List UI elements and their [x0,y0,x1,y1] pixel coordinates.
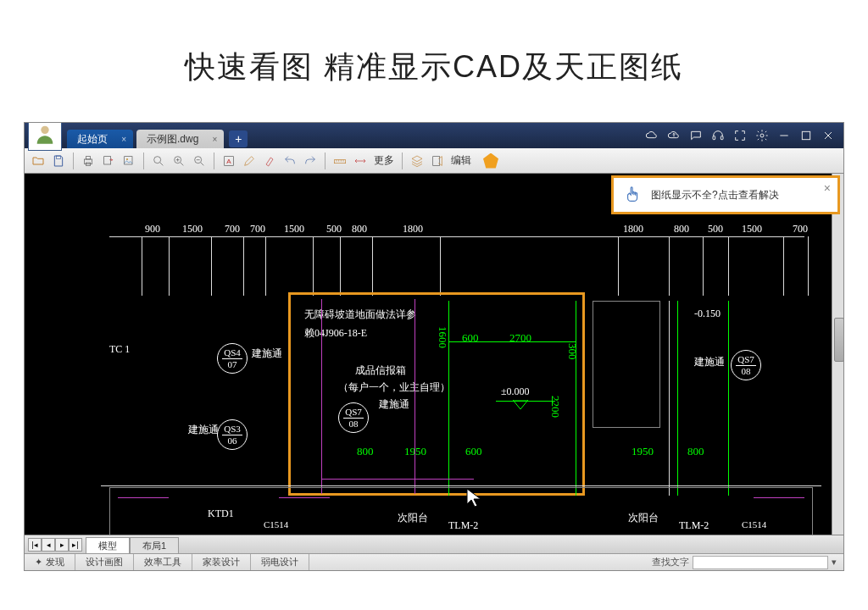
notification-banner[interactable]: 图纸显示不全?点击查看解决 × [611,175,840,214]
edit-icon[interactable] [429,152,446,169]
svg-text:A: A [226,158,231,165]
upload-icon[interactable] [667,129,681,142]
svg-point-12 [154,156,161,163]
chevron-down-icon[interactable]: ▾ [832,557,837,568]
svg-point-11 [126,158,128,160]
text-a-icon[interactable]: A [220,152,237,169]
svg-point-0 [41,125,48,133]
tab-file[interactable]: 示例图.dwg× [136,130,224,148]
toolbar: A 更多 编辑 [25,148,843,174]
svg-rect-2 [721,136,723,140]
cursor-icon [465,487,482,507]
search-input[interactable] [693,556,828,569]
message-icon[interactable] [689,129,703,142]
titlebar: 起始页× 示例图.dwg× + [25,123,843,148]
pencil-icon[interactable] [241,152,258,169]
statusbar: ✦发现 设计画图 效率工具 家装设计 弱电设计 查找文字 ▾ [25,553,843,570]
mag-minus-icon[interactable] [191,152,208,169]
page-heading: 快速看图 精准显示CAD及天正图纸 [0,0,868,122]
zoom-icon[interactable] [150,152,167,169]
svg-rect-4 [802,131,810,139]
print-icon[interactable] [80,152,97,169]
svg-rect-6 [84,159,92,164]
pointer-icon [624,186,643,204]
sheet-tabs: |◂ ◂ ▸ ▸| 模型 布局1 [25,535,843,553]
first-icon[interactable]: |◂ [28,538,42,552]
svg-rect-17 [334,159,345,163]
save-icon[interactable] [50,152,67,169]
app-window: 起始页× 示例图.dwg× + A [24,122,844,571]
export-icon[interactable] [100,152,117,169]
close-icon[interactable] [821,129,835,142]
close-icon[interactable]: × [824,181,831,195]
status-tools[interactable]: 效率工具 [134,554,192,570]
tc1-label: TC 1 [109,343,130,356]
qs4-badge: QS407 [217,343,248,374]
vip-icon[interactable] [483,153,498,169]
sheet-tab-model[interactable]: 模型 [86,537,130,554]
scrollbar-vertical[interactable] [832,174,843,535]
status-discover[interactable]: ✦发现 [25,554,75,570]
status-search: 查找文字 ▾ [645,556,843,569]
window-controls [645,129,843,142]
svg-rect-7 [86,156,90,158]
avatar[interactable] [28,122,62,151]
status-elec[interactable]: 弱电设计 [251,554,309,570]
drawing-canvas[interactable]: 900 1500 700 700 1500 500 800 1800 1800 … [25,174,843,535]
fullscreen-icon[interactable] [733,129,747,142]
prev-icon[interactable]: ◂ [42,538,55,552]
headset-icon[interactable] [711,129,725,142]
highlight-icon[interactable] [261,152,278,169]
maximize-icon[interactable] [799,129,813,142]
qs7b-badge: QS708 [731,350,761,380]
next-icon[interactable]: ▸ [55,538,69,552]
cloud-icon[interactable] [645,129,659,142]
open-icon[interactable] [30,152,47,169]
mag-plus-icon[interactable] [170,152,187,169]
qs7-badge: QS708 [338,402,369,433]
layers-icon[interactable] [409,152,426,169]
edit-label[interactable]: 编辑 [449,153,473,168]
svg-rect-10 [125,156,132,164]
close-icon[interactable]: × [121,135,126,144]
undo-icon[interactable] [281,152,298,169]
minimize-icon[interactable] [777,129,791,142]
svg-rect-18 [433,156,440,165]
status-decor[interactable]: 家装设计 [192,554,251,570]
qs3-badge: QS306 [217,419,248,450]
notification-text: 图纸显示不全?点击查看解决 [651,188,779,202]
last-icon[interactable]: ▸| [69,538,82,552]
svg-point-3 [760,134,764,137]
measure-icon[interactable] [331,152,348,169]
elev-neg: -0.150 [694,308,721,320]
new-tab-button[interactable]: + [229,130,248,147]
elev-zero: ±0.000 [501,385,530,398]
more-label[interactable]: 更多 [372,153,396,168]
gear-icon[interactable] [755,129,769,142]
sheet-tab-layout1[interactable]: 布局1 [130,537,179,554]
export-image-icon[interactable] [120,152,137,169]
measure2-icon[interactable] [352,152,369,169]
redo-icon[interactable] [302,152,319,169]
status-design[interactable]: 设计画图 [75,554,134,570]
svg-rect-9 [104,156,111,164]
tab-start[interactable]: 起始页× [67,130,133,148]
svg-rect-1 [713,136,715,140]
close-icon[interactable]: × [213,135,218,144]
